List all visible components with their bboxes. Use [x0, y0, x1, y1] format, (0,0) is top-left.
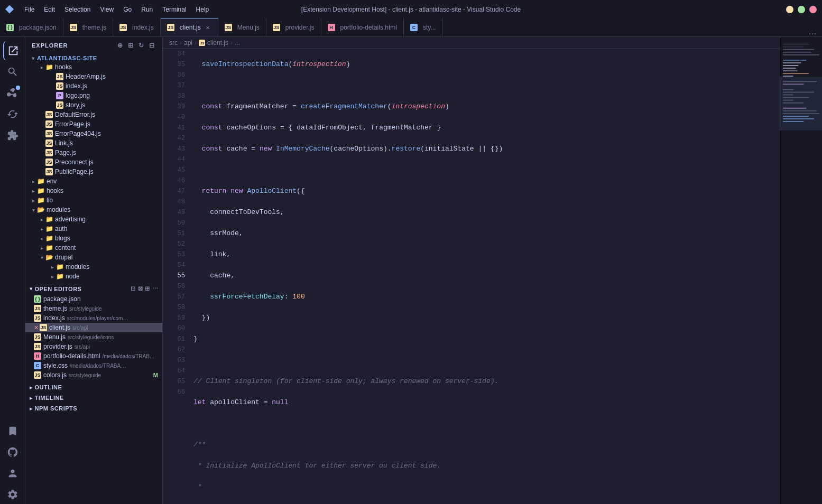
sidebar-item-public-page-js[interactable]: JS PublicPage.js [25, 167, 162, 176]
search-activity-item[interactable] [3, 62, 22, 81]
minimize-button[interactable] [786, 6, 793, 13]
new-folder-icon[interactable]: ⊞ [126, 41, 135, 50]
code-content[interactable]: saveIntrospectionData(introspection) con… [189, 49, 780, 504]
more-icon[interactable]: ⋯ [152, 285, 159, 292]
menu-edit[interactable]: Edit [40, 4, 59, 15]
close-all-icon[interactable]: ⊠ [138, 285, 143, 292]
open-editor-package-json[interactable]: { } package.json [25, 294, 162, 304]
open-editor-index-js[interactable]: JS index.js src/modules/player/component… [25, 313, 162, 323]
code-line: connectToDevTools, [193, 207, 769, 218]
sidebar-item-hooks[interactable]: ▸ 📁 hooks [25, 62, 162, 72]
close-button[interactable] [809, 6, 817, 13]
minimap-svg [780, 37, 822, 504]
sidebar-item-default-error[interactable]: JS DefaultError.js [25, 110, 162, 119]
collapse-icon[interactable]: ⊟ [147, 41, 156, 50]
line-num: 52 [163, 239, 185, 249]
open-editor-portfolio-html[interactable]: H portfolio-details.html /media/dados/TR… [25, 351, 162, 361]
project-root[interactable]: ▾ ATLANTIDASC-SITE [25, 54, 162, 62]
extensions-activity-item[interactable] [3, 126, 22, 145]
new-file-icon[interactable]: ⊕ [116, 41, 124, 50]
tab-index-js[interactable]: JS index.js [113, 18, 161, 36]
sidebar-item-modules[interactable]: ▾ 📂 modules [25, 205, 162, 214]
sidebar-item-node[interactable]: ▸ 📁 node [25, 272, 162, 281]
expand-arrow-icon: ▸ [38, 64, 45, 70]
breadcrumb-api[interactable]: api [184, 39, 192, 46]
sidebar-item-env[interactable]: ▸ 📁 env [25, 176, 162, 186]
open-editor-client-js[interactable]: ✕ JS client.js src/api [25, 323, 162, 332]
code-line: }) [193, 313, 769, 323]
outline-section-header[interactable]: ▸ Outline [25, 382, 162, 393]
expand-arrow-icon: ▸ [38, 236, 45, 241]
line-num: 46 [163, 175, 185, 186]
source-control-activity-item[interactable] [3, 83, 22, 102]
open-editor-menu-js[interactable]: JS Menu.js src/styleguide/icons [25, 332, 162, 342]
menu-help[interactable]: Help [192, 4, 214, 15]
explorer-activity-item[interactable] [3, 41, 22, 60]
breadcrumb-src[interactable]: src [169, 39, 178, 46]
open-editor-style-css[interactable]: C style.css /media/dados/TRABALHOS/PESSO… [25, 361, 162, 370]
sidebar-item-page-js[interactable]: JS Page.js [25, 148, 162, 157]
open-editor-provider-js[interactable]: JS provider.js src/api [25, 342, 162, 351]
bookmarks-activity-item[interactable] [3, 422, 22, 441]
menu-selection[interactable]: Selection [60, 4, 95, 15]
line-num: 45 [163, 165, 185, 175]
npm-scripts-section-header[interactable]: ▸ NPM Scripts [25, 403, 162, 414]
tab-menu-js[interactable]: JS Menu.js [218, 18, 266, 36]
js-file-icon: JS [56, 82, 63, 90]
open-editor-colors-js[interactable]: JS colors.js src/styleguide M [25, 370, 162, 380]
sidebar-item-advertising[interactable]: ▸ 📁 advertising [25, 214, 162, 224]
folder-icon: 📁 [45, 216, 53, 223]
line-num: 58 [163, 302, 185, 313]
tab-package-json[interactable]: { } package.json [0, 18, 63, 36]
sidebar-item-blogs[interactable]: ▸ 📁 blogs [25, 234, 162, 243]
settings-activity-item[interactable] [3, 485, 22, 504]
tab-theme-js[interactable]: JS theme.js [63, 18, 113, 36]
sidebar-item-logo-png[interactable]: P logo.png [25, 91, 162, 100]
sidebar-item-link-js[interactable]: JS Link.js [25, 138, 162, 148]
menu-run[interactable]: Run [137, 4, 157, 15]
tab-label: portfolio-details.html [340, 24, 397, 31]
maximize-button[interactable] [798, 6, 805, 13]
split-editor-icon[interactable]: ⊞ [145, 285, 150, 292]
sidebar-item-auth[interactable]: ▸ 📁 auth [25, 224, 162, 234]
sidebar-item-hooks2[interactable]: ▸ 📁 hooks [25, 186, 162, 195]
sidebar-item-headeramp[interactable]: JS HeaderAmp.js [25, 72, 162, 81]
sidebar-item-modules2[interactable]: ▸ 📁 modules [25, 262, 162, 272]
sidebar-item-index-js[interactable]: JS index.js [25, 81, 162, 91]
sidebar-item-preconnect-js[interactable]: JS Preconnect.js [25, 157, 162, 167]
line-num: 59 [163, 313, 185, 323]
sidebar-item-story-js[interactable]: JS story.js [25, 100, 162, 110]
sidebar-item-drupal[interactable]: ▾ 📂 drupal [25, 253, 162, 262]
menu-view[interactable]: View [96, 4, 118, 15]
js-file-icon: JS [45, 168, 53, 175]
sidebar-item-content[interactable]: ▸ 📁 content [25, 243, 162, 253]
github-activity-item[interactable] [3, 443, 22, 462]
breadcrumb-more[interactable]: ... [235, 39, 240, 46]
code-area[interactable]: 34 35 36 37 38 39 40 41 42 43 44 45 46 4… [163, 49, 780, 504]
save-all-icon[interactable]: ⊡ [131, 285, 136, 292]
expand-arrow-icon: ▸ [30, 188, 37, 194]
tab-portfolio-html[interactable]: H portfolio-details.html [321, 18, 404, 36]
open-editors-header[interactable]: ▾ Open Editors ⊡ ⊠ ⊞ ⋯ [25, 283, 162, 294]
svg-rect-29 [780, 77, 822, 130]
close-icon[interactable]: ✕ [34, 324, 39, 331]
open-editor-theme-js[interactable]: JS theme.js src/styleguide [25, 304, 162, 313]
account-activity-item[interactable] [3, 464, 22, 483]
menu-go[interactable]: Go [119, 4, 136, 15]
menu-file[interactable]: File [20, 4, 39, 15]
breadcrumb-file[interactable]: client.js [207, 39, 228, 46]
tab-close-icon[interactable]: ✕ [204, 24, 211, 31]
tab-client-js[interactable]: JS client.js ✕ [161, 18, 218, 36]
line-num: 64 [163, 366, 185, 376]
timeline-section-header[interactable]: ▸ Timeline [25, 393, 162, 403]
menu-terminal[interactable]: Terminal [158, 4, 190, 15]
sidebar-item-error-page-404[interactable]: JS ErrorPage404.js [25, 129, 162, 138]
tab-overflow[interactable]: … [803, 27, 822, 36]
sidebar-item-error-page[interactable]: JS ErrorPage.js [25, 119, 162, 129]
tab-style-css[interactable]: C sty... [404, 18, 442, 36]
tab-provider-js[interactable]: JS provider.js [266, 18, 321, 36]
sidebar-item-lib[interactable]: ▸ 📁 lib [25, 195, 162, 205]
debug-activity-item[interactable] [3, 105, 22, 124]
refresh-icon[interactable]: ↻ [137, 41, 145, 50]
js-file-icon: JS [34, 343, 41, 350]
